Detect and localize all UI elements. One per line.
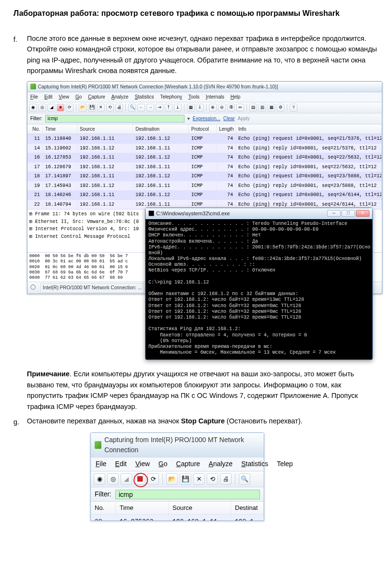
col-length[interactable]: Length bbox=[217, 124, 236, 134]
tb-prev-icon[interactable]: ← bbox=[137, 104, 145, 111]
tb-colorize-icon[interactable]: ▦ bbox=[187, 104, 195, 111]
wireshark-stop-screenshot: Capturing from Intel(R) PRO/1000 MT Netw… bbox=[90, 433, 379, 521]
ws-titlebar: Capturing from Intel(R) PRO/1000 MT Netw… bbox=[27, 82, 382, 93]
packet-row[interactable]: 1817.141897192.168.1.11192.168.1.12ICMP7… bbox=[27, 172, 382, 181]
menu-analyze[interactable]: Analyze bbox=[208, 459, 233, 470]
tb-find-icon[interactable]: 🔍 bbox=[128, 104, 136, 111]
tb-start-icon[interactable]: ◢ bbox=[48, 104, 55, 111]
menu-edit[interactable]: Edit bbox=[44, 93, 52, 101]
list-body: После этого все данные в верхнем окне ис… bbox=[27, 33, 379, 76]
packet-row[interactable]: 2118.140246192.168.1.11192.168.1.12ICMP7… bbox=[27, 190, 382, 200]
note-label: Примечание bbox=[27, 370, 70, 378]
tb-zoomout-icon[interactable]: ⊖ bbox=[218, 104, 226, 111]
wireshark-screenshot: Capturing from Intel(R) PRO/1000 MT Netw… bbox=[27, 81, 379, 360]
filter-input[interactable] bbox=[115, 490, 260, 499]
tb-open-icon[interactable]: 📂 bbox=[166, 473, 178, 485]
tb-dispfilt-icon[interactable]: ▥ bbox=[258, 104, 266, 111]
menu-go[interactable]: Go bbox=[75, 93, 82, 101]
packet-row[interactable]: 1917.145943192.168.1.12192.168.1.11ICMP7… bbox=[27, 181, 382, 191]
col-info[interactable]: Info bbox=[236, 124, 382, 134]
col-destination[interactable]: Destination bbox=[133, 124, 189, 134]
tb-zoom100-icon[interactable]: ⦿ bbox=[227, 104, 235, 111]
col-source[interactable]: Source bbox=[169, 502, 231, 514]
menu-capture[interactable]: Capture bbox=[176, 459, 200, 470]
filter-apply[interactable]: Apply bbox=[238, 115, 250, 123]
tb-list-interfaces-icon[interactable]: ◉ bbox=[29, 104, 37, 111]
maximize-button[interactable]: □ bbox=[342, 210, 355, 217]
col-source[interactable]: Source bbox=[77, 124, 133, 134]
tb-zoomin-icon[interactable]: ⊕ bbox=[209, 104, 217, 111]
tb-list-interfaces-icon[interactable]: ◉ bbox=[94, 473, 105, 485]
minimize-button[interactable]: ─ bbox=[327, 210, 341, 217]
cmd-output[interactable]: Описание. . . . . . . . . . . . . : Tere… bbox=[146, 219, 372, 359]
menu-go[interactable]: Go bbox=[159, 459, 168, 470]
menu-tools[interactable]: Tools bbox=[188, 93, 199, 101]
tb-print-icon[interactable]: 🖨 bbox=[115, 104, 123, 111]
col-time[interactable]: Time bbox=[43, 124, 77, 134]
packet-row[interactable]: 1415.119602192.168.1.12192.168.1.11ICMP7… bbox=[27, 144, 382, 153]
tb-coloring-icon[interactable]: ▦ bbox=[268, 104, 275, 111]
packet-list[interactable]: 1115.118840192.168.1.11192.168.1.12ICMP7… bbox=[27, 134, 382, 209]
tb-save-icon[interactable]: 💾 bbox=[180, 473, 191, 485]
menu-statistics[interactable]: Statistics bbox=[241, 459, 268, 470]
tb-stop-icon[interactable] bbox=[134, 473, 146, 485]
filter-label: Filter: bbox=[95, 489, 111, 500]
tb-last-icon[interactable]: ⤓ bbox=[174, 104, 182, 111]
col-time[interactable]: Time bbox=[116, 502, 169, 514]
packet-row[interactable]: 1616.127853192.168.1.11192.168.1.12ICMP7… bbox=[27, 153, 382, 162]
tb-next-icon[interactable]: → bbox=[147, 104, 154, 111]
tb-autoscroll-icon[interactable]: ⇩ bbox=[196, 104, 204, 111]
menu-analyze[interactable]: Analyze bbox=[111, 93, 129, 101]
tb-reload-icon[interactable]: ⟲ bbox=[106, 104, 114, 111]
tb-print-icon[interactable]: 🖨 bbox=[220, 473, 232, 485]
packet-row[interactable]: 1115.118840192.168.1.11192.168.1.12ICMP7… bbox=[27, 134, 382, 144]
ws2-toolbar: ◉ ◎ ◢ ⟳ 📂 💾 ✕ ⟲ 🖨 🔍 bbox=[91, 471, 264, 487]
menu-edit[interactable]: Edit bbox=[115, 459, 127, 470]
wireshark-icon bbox=[30, 84, 36, 89]
list-letter: g. bbox=[13, 416, 27, 427]
tb-start-icon[interactable]: ◢ bbox=[121, 473, 132, 485]
menu-view[interactable]: View bbox=[135, 459, 150, 470]
ws2-menubar: File Edit View Go Capture Analyze Statis… bbox=[91, 457, 264, 471]
tb-close-icon[interactable]: ✕ bbox=[193, 473, 205, 485]
menu-view[interactable]: View bbox=[59, 93, 69, 101]
filter-expression[interactable]: Expression... bbox=[193, 115, 220, 123]
tb-options-icon[interactable]: ◎ bbox=[38, 104, 46, 111]
tb-find-icon[interactable]: 🔍 bbox=[239, 473, 250, 485]
col-no[interactable]: No. bbox=[27, 124, 43, 134]
tb-reload-icon[interactable]: ⟲ bbox=[207, 473, 218, 485]
filter-dropdown-icon[interactable]: ▾ bbox=[187, 115, 190, 123]
ws2-filter-bar: Filter: bbox=[91, 487, 264, 502]
tb-help-icon[interactable]: ? bbox=[290, 104, 297, 111]
tb-goto-icon[interactable]: ⇥ bbox=[156, 104, 163, 111]
col-protocol[interactable]: Protocol bbox=[189, 124, 217, 134]
tb-prefs-icon[interactable]: ⚙ bbox=[277, 104, 284, 111]
ws2-packet-header: No. Time Source Destinat bbox=[91, 502, 264, 515]
col-destination[interactable]: Destinat bbox=[231, 502, 264, 514]
menu-file[interactable]: File bbox=[96, 459, 107, 470]
tb-resize-icon[interactable]: ⇔ bbox=[236, 104, 244, 111]
tb-restart-icon[interactable]: ⟳ bbox=[66, 104, 74, 111]
tb-open-icon[interactable]: 📂 bbox=[79, 104, 86, 111]
menu-telephony[interactable]: Telep bbox=[277, 459, 293, 470]
filter-clear[interactable]: Clear bbox=[223, 115, 235, 123]
filter-input[interactable] bbox=[45, 115, 184, 123]
menu-telephony[interactable]: Telephony bbox=[160, 93, 182, 101]
menu-file[interactable]: File bbox=[30, 93, 38, 101]
menu-internals[interactable]: Internals bbox=[206, 93, 224, 101]
status-ready-icon: ◯ bbox=[30, 283, 36, 293]
menu-statistics[interactable]: Statistics bbox=[135, 93, 154, 101]
menu-capture[interactable]: Capture bbox=[88, 93, 105, 101]
col-no[interactable]: No. bbox=[91, 502, 116, 514]
tb-stop-icon[interactable]: ■ bbox=[57, 104, 64, 111]
tb-first-icon[interactable]: ⤒ bbox=[165, 104, 172, 111]
tb-save-icon[interactable]: 💾 bbox=[88, 104, 96, 111]
packet-row[interactable]: 1716.128679192.168.1.12192.168.1.11ICMP7… bbox=[27, 162, 382, 172]
tb-options-icon[interactable]: ◎ bbox=[107, 473, 119, 485]
tb-restart-icon[interactable]: ⟳ bbox=[147, 473, 159, 485]
tb-capfilt-icon[interactable]: ▤ bbox=[249, 104, 257, 111]
tb-close-icon[interactable]: ✕ bbox=[97, 104, 105, 111]
close-button[interactable]: ✕ bbox=[356, 210, 369, 217]
ws2-packet-row[interactable]: 22 16.975362 192.168.1.11 192.1 bbox=[91, 515, 264, 520]
menu-help[interactable]: Help bbox=[231, 93, 241, 101]
